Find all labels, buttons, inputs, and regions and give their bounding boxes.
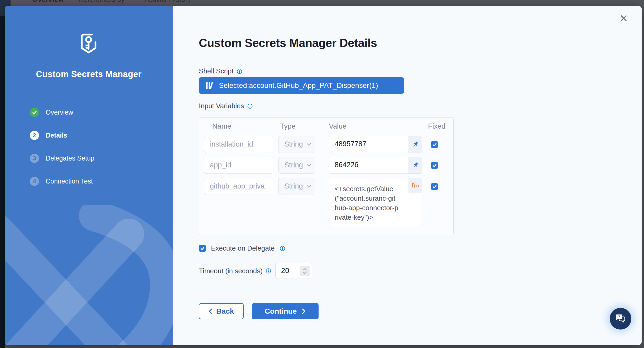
timeout-input[interactable]: 20	[275, 263, 312, 279]
wizard-steps: Overview 2 Details 3 Delegates Setup 4 C…	[5, 108, 173, 200]
execute-on-delegate-row: Execute on Delegate	[199, 244, 285, 252]
execute-on-delegate-label: Execute on Delegate	[211, 244, 275, 252]
step-overview[interactable]: Overview	[5, 108, 173, 117]
step-label: Overview	[46, 109, 73, 116]
column-header-type: Type	[280, 122, 296, 130]
expression-icon-sub: (x)	[414, 178, 419, 194]
input-variables-label: Input Variables	[199, 102, 244, 110]
fixed-checkbox[interactable]	[431, 162, 438, 169]
variable-name-input[interactable]: github_app_priva	[204, 178, 273, 195]
step-label: Delegates Setup	[46, 154, 94, 162]
column-header-name: Name	[212, 122, 231, 130]
pin-icon	[412, 141, 419, 148]
fixed-value-pin-button[interactable]	[408, 157, 422, 173]
info-icon[interactable]	[280, 246, 285, 251]
column-header-fixed: Fixed	[428, 122, 445, 130]
wizard-nav-buttons: Back Continue	[199, 303, 319, 319]
page-title: Custom Secrets Manager Details	[199, 36, 377, 50]
expression-icon: f	[412, 178, 414, 190]
fixed-checkbox[interactable]	[431, 141, 438, 148]
shell-script-label-row: Shell Script	[199, 67, 242, 75]
chevron-down-icon	[303, 271, 307, 274]
input-variables-table: Name Type Value Fixed installation_id St…	[199, 117, 454, 235]
info-icon[interactable]	[266, 268, 271, 274]
template-library-icon	[205, 81, 214, 90]
left-nav-strip	[0, 16, 5, 348]
type-select-value: String	[284, 161, 303, 169]
harness-logo-watermark	[5, 205, 173, 345]
step-number: 3	[30, 154, 39, 163]
continue-button[interactable]: Continue	[252, 303, 319, 319]
shell-script-selected-text: Selected:account.GitHub_App_PAT_Dispense…	[219, 82, 378, 90]
details-panel: Custom Secrets Manager Details Shell Scr…	[173, 6, 642, 345]
variable-type-select[interactable]: String	[278, 157, 315, 174]
tab-referenced-by[interactable]: Referenced by	[78, 0, 125, 3]
step-details[interactable]: 2 Details	[5, 131, 173, 140]
custom-secrets-manager-modal: Custom Secrets Manager Overview 2 Detail…	[5, 6, 642, 345]
variable-type-select[interactable]: String	[278, 178, 315, 195]
chevron-up-icon	[303, 268, 307, 271]
check-icon	[432, 163, 437, 168]
column-header-value: Value	[329, 122, 347, 130]
variable-value-input[interactable]: 48957787	[329, 136, 408, 153]
shell-script-selected-button[interactable]: Selected:account.GitHub_App_PAT_Dispense…	[199, 77, 404, 94]
variable-value-input-group: 48957787	[329, 136, 422, 153]
chevron-left-icon	[209, 308, 212, 314]
step-number: 4	[30, 177, 39, 186]
help-chat-button[interactable]: ?	[610, 308, 631, 330]
timeout-stepper[interactable]	[300, 266, 310, 276]
step-connection-test[interactable]: 4 Connection Test	[5, 177, 173, 186]
type-select-value: String	[284, 140, 303, 148]
chat-question-mark: ?	[618, 314, 620, 319]
input-variables-label-row: Input Variables	[199, 102, 253, 110]
timeout-row: Timeout (in seconds) 20	[199, 263, 312, 279]
page-tabs: Overview Referenced by Activity History	[32, 0, 191, 3]
table-row: github_app_priva String <+secrets.getVal…	[199, 178, 453, 226]
table-row: installation_id String 48957787	[199, 136, 453, 153]
chevron-down-icon	[306, 143, 311, 146]
shell-script-label: Shell Script	[199, 67, 234, 75]
secrets-manager-shield-key-icon	[79, 32, 99, 57]
step-delegates-setup[interactable]: 3 Delegates Setup	[5, 154, 173, 163]
tab-activity-history[interactable]: Activity History	[145, 0, 191, 3]
step-label: Details	[46, 131, 67, 139]
check-icon	[432, 184, 437, 189]
table-row: app_id String 864226	[199, 157, 453, 174]
chevron-right-icon	[302, 308, 306, 314]
chevron-down-icon	[306, 185, 311, 188]
variable-type-select[interactable]: String	[278, 136, 315, 153]
step-label: Connection Test	[46, 177, 93, 185]
variable-value-input[interactable]: 864226	[329, 157, 408, 173]
wizard-sidebar: Custom Secrets Manager Overview 2 Detail…	[5, 6, 173, 345]
wizard-title: Custom Secrets Manager	[5, 69, 173, 79]
timeout-label: Timeout (in seconds)	[199, 267, 263, 275]
step-number: 2	[30, 131, 39, 140]
pin-icon	[412, 162, 419, 169]
close-icon[interactable]	[619, 14, 628, 23]
step-done-check-icon	[30, 108, 39, 117]
tab-overview[interactable]: Overview	[32, 0, 64, 3]
variable-value-input-group: 864226	[329, 157, 422, 174]
info-icon[interactable]	[237, 68, 242, 74]
chevron-down-icon	[306, 164, 311, 167]
type-select-value: String	[284, 182, 303, 190]
variable-name-input[interactable]: app_id	[204, 157, 273, 174]
expression-fx-button[interactable]: f(x)	[408, 178, 422, 193]
check-icon	[200, 246, 205, 251]
continue-button-label: Continue	[265, 307, 297, 316]
chat-help-icon: ?	[614, 313, 627, 325]
back-button[interactable]: Back	[199, 303, 244, 319]
variable-name-input[interactable]: installation_id	[204, 136, 273, 153]
fixed-value-pin-button[interactable]	[408, 136, 422, 153]
fixed-checkbox[interactable]	[431, 183, 438, 190]
info-icon[interactable]	[247, 103, 253, 109]
check-icon	[432, 142, 437, 147]
execute-on-delegate-checkbox[interactable]	[199, 245, 206, 252]
back-button-label: Back	[216, 307, 234, 316]
expression-value-text: <+secrets.getValue("account.suranc-githu…	[329, 178, 422, 226]
variable-value-expression-input[interactable]: <+secrets.getValue("account.suranc-githu…	[329, 178, 422, 226]
